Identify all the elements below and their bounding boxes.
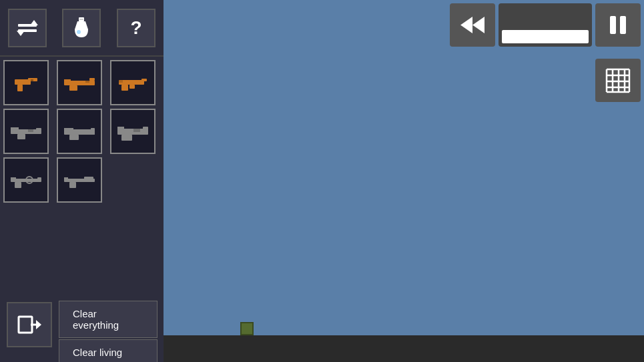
progress-bar-container xyxy=(499,3,592,47)
svg-rect-36 xyxy=(11,177,16,179)
svg-rect-31 xyxy=(117,127,124,129)
ground xyxy=(164,335,644,362)
svg-rect-41 xyxy=(64,177,68,179)
svg-rect-10 xyxy=(31,79,33,81)
game-area xyxy=(164,0,644,362)
svg-rect-25 xyxy=(28,129,33,132)
svg-rect-11 xyxy=(64,81,95,85)
svg-rect-18 xyxy=(121,85,128,91)
svg-rect-13 xyxy=(89,78,95,81)
sidebar: ? xyxy=(0,0,164,362)
context-menu: Clear everything Clear living xyxy=(59,301,157,362)
top-toolbar: ? xyxy=(0,0,164,57)
svg-point-5 xyxy=(77,30,81,34)
svg-rect-28 xyxy=(91,128,95,135)
weapon-slot-7[interactable] xyxy=(3,157,49,203)
rewind-button[interactable] xyxy=(450,3,495,47)
grid-toggle-button[interactable] xyxy=(595,59,641,102)
weapon-slot-1[interactable] xyxy=(3,60,49,105)
svg-rect-17 xyxy=(141,79,147,81)
game-entity xyxy=(240,322,254,335)
weapon-slot-4[interactable] xyxy=(3,109,49,154)
svg-rect-22 xyxy=(11,127,19,130)
weapon-slot-8[interactable] xyxy=(57,157,102,203)
weapon-slot-6[interactable] xyxy=(110,109,155,154)
weapon-slot-2[interactable] xyxy=(57,60,102,105)
potion-button[interactable] xyxy=(62,9,101,47)
svg-rect-19 xyxy=(129,85,135,89)
svg-rect-37 xyxy=(37,177,41,179)
svg-rect-6 xyxy=(79,19,83,20)
svg-rect-38 xyxy=(15,182,21,188)
svg-marker-46 xyxy=(36,320,41,329)
clear-living-button[interactable]: Clear living xyxy=(59,339,157,362)
svg-rect-12 xyxy=(64,79,71,81)
weapon-slot-3[interactable] xyxy=(110,60,155,105)
help-button[interactable]: ? xyxy=(117,9,155,47)
weapon-grid xyxy=(0,57,164,206)
bottom-area: Clear everything Clear living xyxy=(0,295,164,362)
question-icon: ? xyxy=(131,17,142,39)
svg-rect-27 xyxy=(64,128,73,131)
svg-rect-51 xyxy=(620,16,626,34)
weapon-slot-5[interactable] xyxy=(57,109,102,154)
switch-button[interactable] xyxy=(8,9,47,47)
svg-marker-48 xyxy=(472,17,485,33)
svg-rect-34 xyxy=(133,129,140,132)
svg-rect-29 xyxy=(69,135,79,140)
progress-bar xyxy=(502,30,589,43)
svg-rect-44 xyxy=(19,317,32,333)
svg-marker-49 xyxy=(460,17,472,33)
pause-button[interactable] xyxy=(595,3,641,47)
svg-rect-9 xyxy=(17,85,23,91)
top-right-controls xyxy=(450,3,641,47)
svg-rect-50 xyxy=(610,16,616,34)
svg-rect-24 xyxy=(17,134,25,139)
svg-rect-33 xyxy=(121,135,132,141)
svg-rect-14 xyxy=(69,85,77,91)
svg-rect-43 xyxy=(84,177,93,181)
svg-rect-23 xyxy=(36,128,41,131)
svg-rect-15 xyxy=(85,81,89,83)
svg-marker-1 xyxy=(30,20,38,25)
clear-everything-button[interactable]: Clear everything xyxy=(59,301,157,338)
svg-rect-42 xyxy=(69,182,76,188)
svg-rect-32 xyxy=(143,127,148,130)
svg-marker-3 xyxy=(17,31,25,36)
exit-button[interactable] xyxy=(7,302,52,347)
svg-rect-20 xyxy=(119,80,123,83)
